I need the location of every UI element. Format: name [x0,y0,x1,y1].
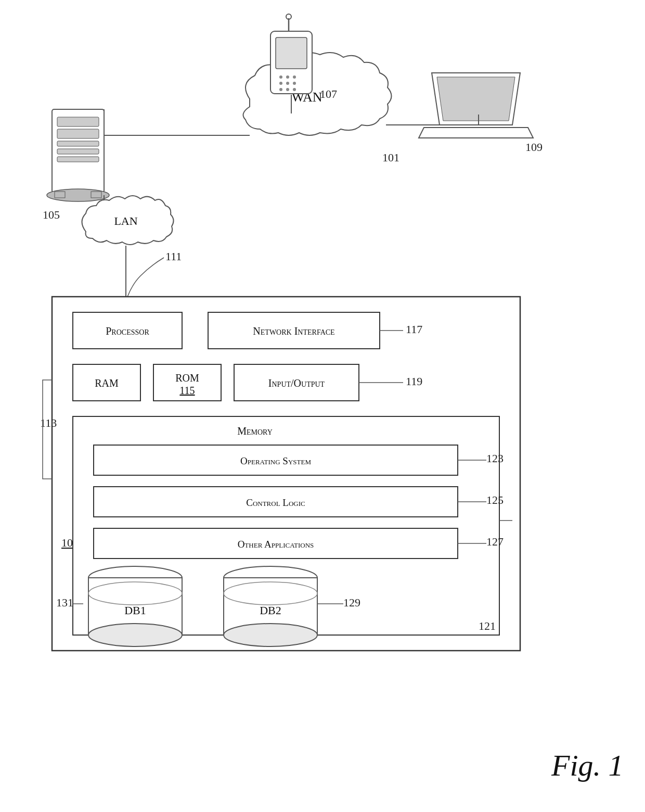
svg-rect-33 [52,297,520,651]
svg-point-7 [279,82,282,85]
svg-rect-2 [270,31,312,94]
wan-ref: 101 [382,151,399,164]
rom-label: ROM [175,372,199,384]
mobile-ref: 107 [320,87,337,100]
server-device [47,109,109,201]
laptop-device [419,73,533,138]
lan-cloud: LAN [82,196,174,245]
other-apps-label: Other Applications [238,539,314,550]
db2-label: DB2 [260,604,281,617]
svg-point-8 [286,82,289,85]
svg-point-4 [279,75,282,79]
svg-rect-39 [73,416,499,635]
ref-121: 121 [479,619,496,632]
svg-rect-21 [57,157,99,162]
svg-rect-3 [276,37,307,69]
fig-label: Fig. 1 [551,748,624,782]
svg-point-6 [293,75,296,79]
svg-rect-16 [52,109,104,193]
wan-label: WAN [291,90,322,105]
svg-rect-19 [57,141,99,146]
processor-label: Processor [106,325,149,337]
svg-point-11 [286,88,289,91]
device-ref: 103 [61,536,79,549]
ref-131: 131 [56,596,73,609]
svg-rect-18 [57,129,99,138]
svg-marker-15 [419,128,533,138]
memory-label: Memory [237,425,273,437]
svg-rect-37 [153,364,221,401]
svg-rect-48 [224,578,317,635]
db1-label: DB1 [124,604,146,617]
svg-point-47 [224,566,317,589]
svg-marker-14 [437,77,515,121]
svg-point-10 [279,88,282,91]
network-interface-label: Network Interface [253,325,334,337]
ref-129: 129 [343,596,360,609]
lan-label: LAN [114,214,137,227]
diagram-svg: WAN 101 107 [0,0,645,812]
laptop-ref: 109 [525,141,543,154]
svg-rect-34 [73,312,182,349]
os-label: Operating System [240,455,311,466]
svg-point-50 [224,582,317,605]
svg-rect-35 [208,312,380,349]
svg-rect-44 [88,578,182,635]
rom-ref: 115 [179,385,195,396]
svg-marker-13 [432,73,520,125]
ram-label: RAM [95,377,119,389]
svg-point-5 [286,75,289,79]
svg-rect-23 [55,192,65,198]
db2-cylinder: DB2 [224,566,317,646]
ref-117: 117 [406,323,422,336]
svg-rect-17 [57,117,99,126]
svg-point-45 [88,624,182,646]
mobile-device [270,14,312,94]
svg-rect-36 [73,364,140,401]
svg-rect-42 [94,528,458,559]
svg-point-1 [286,14,291,19]
diagram-container: WAN 101 107 [0,0,645,812]
svg-rect-40 [94,445,458,475]
ref-125: 125 [486,493,504,506]
svg-point-46 [88,582,182,605]
io-label: Input/Output [268,377,325,389]
svg-point-12 [293,88,296,91]
ref-123: 123 [486,452,504,465]
svg-point-22 [47,189,109,201]
server-ref: 105 [43,208,60,221]
svg-rect-38 [234,364,359,401]
svg-point-49 [224,624,317,646]
svg-rect-41 [94,487,458,517]
db1-cylinder: DB1 [88,566,182,646]
wan-cloud-shape: WAN [243,53,392,135]
ref-127: 127 [486,535,504,548]
control-logic-label: Control Logic [246,497,305,508]
lan-ref: 111 [165,250,182,263]
svg-rect-24 [91,192,101,198]
svg-point-43 [88,566,182,589]
ref-119: 119 [406,375,422,388]
svg-point-9 [293,82,296,85]
system-ref: 113 [40,416,57,429]
svg-rect-20 [57,149,99,154]
